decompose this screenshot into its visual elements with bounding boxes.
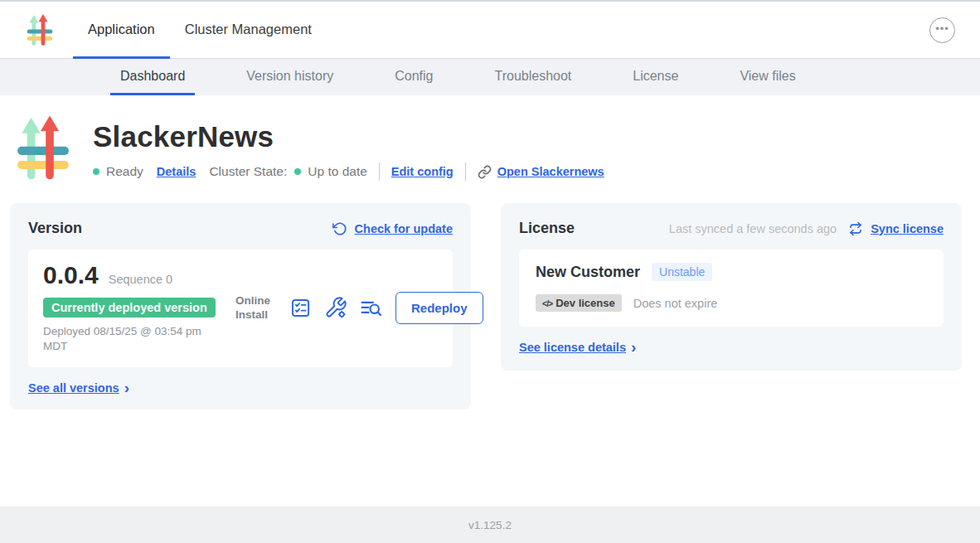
subtab-version-history[interactable]: Version history — [236, 59, 343, 95]
check-for-update-link[interactable]: Check for update — [355, 222, 453, 235]
tab-cluster-management[interactable]: Cluster Management — [170, 2, 327, 59]
see-all-versions-link[interactable]: See all versions — [28, 381, 119, 395]
cluster-state-text: Up to date — [308, 164, 367, 179]
wrench-gear-config-icon[interactable] — [324, 296, 348, 320]
deployed-status-badge: Currently deployed version — [43, 298, 216, 318]
subtab-license[interactable]: License — [623, 59, 688, 95]
app-logo-small — [0, 2, 73, 58]
page-title: SlackerNews — [93, 120, 604, 153]
code-icon: </> — [542, 298, 552, 308]
app-status-text: Ready — [106, 164, 143, 179]
edit-config-link[interactable]: Edit config — [391, 165, 454, 178]
deployed-timestamp: Deployed 08/15/25 @ 03:54 pm MDT — [43, 324, 213, 354]
subtab-dashboard[interactable]: Dashboard — [110, 59, 195, 95]
license-type-badge: </> Dev license — [536, 294, 622, 312]
sync-icon — [848, 221, 864, 236]
app-subnav: Dashboard Version history Config Trouble… — [0, 59, 980, 95]
subtab-troubleshoot[interactable]: Troubleshoot — [484, 59, 581, 95]
see-license-details-link[interactable]: See license details — [519, 341, 626, 354]
console-footer: v1.125.2 — [0, 507, 980, 543]
chevron-right-icon: › — [124, 382, 129, 394]
version-card-title: Version — [28, 220, 82, 237]
redeploy-button[interactable]: Redeploy — [395, 292, 483, 324]
top-navbar: Application Cluster Management ••• — [0, 2, 980, 59]
dashboard-cards: Version Check for update 0.0.4 Sequence … — [10, 203, 970, 410]
license-type-label: Dev license — [555, 297, 615, 309]
deploy-logs-icon[interactable] — [359, 296, 383, 320]
subtab-config-label: Config — [395, 69, 433, 84]
refresh-icon — [332, 221, 348, 236]
subtab-license-label: License — [633, 69, 678, 84]
divider — [379, 162, 380, 181]
version-number: 0.0.4 — [43, 261, 99, 289]
subtab-dashboard-label: Dashboard — [120, 69, 185, 84]
tab-application[interactable]: Application — [73, 2, 170, 59]
license-expiry-text: Does not expire — [633, 297, 718, 310]
console-version-text: v1.125.2 — [468, 519, 512, 531]
cluster-state-label: Cluster State: — [209, 164, 287, 179]
status-details-link[interactable]: Details — [157, 165, 196, 178]
license-card: License Last synced a few seconds ago Sy… — [501, 203, 962, 371]
subtab-view-files[interactable]: View files — [730, 59, 805, 95]
slackernews-logo-icon — [27, 14, 53, 46]
divider — [465, 162, 466, 181]
subtab-config[interactable]: Config — [385, 59, 443, 95]
current-version-panel: 0.0.4 Sequence 0 Currently deployed vers… — [28, 250, 453, 367]
customer-name: New Customer — [536, 264, 640, 281]
tab-application-label: Application — [88, 22, 155, 37]
chevron-right-icon: › — [631, 342, 636, 353]
ellipsis-icon: ••• — [935, 22, 949, 35]
version-sequence: Sequence 0 — [109, 273, 172, 286]
channel-badge: Unstable — [652, 263, 712, 281]
cluster-state-dot — [294, 168, 301, 175]
subtab-troubleshoot-label: Troubleshoot — [494, 69, 571, 84]
slackernews-logo-large — [17, 115, 70, 182]
install-type-label: Online Install — [235, 293, 279, 322]
app-status-row: Ready Details Cluster State: Up to date … — [93, 162, 604, 181]
tab-cluster-management-label: Cluster Management — [185, 22, 312, 37]
sync-license-link[interactable]: Sync license — [871, 222, 944, 235]
app-status-dot — [93, 168, 99, 175]
license-card-title: License — [519, 220, 575, 237]
overflow-menu-button[interactable]: ••• — [929, 17, 955, 43]
last-synced-text: Last synced a few seconds ago — [669, 222, 837, 235]
link-icon — [478, 164, 492, 179]
license-detail-panel: New Customer Unstable </> Dev license Do… — [519, 250, 944, 327]
app-header: SlackerNews Ready Details Cluster State:… — [17, 115, 980, 182]
preflight-checklist-icon[interactable] — [289, 296, 313, 320]
version-card: Version Check for update 0.0.4 Sequence … — [10, 203, 471, 410]
open-app-link[interactable]: Open Slackernews — [497, 165, 604, 178]
subtab-version-history-label: Version history — [246, 69, 333, 84]
subtab-view-files-label: View files — [740, 69, 795, 84]
